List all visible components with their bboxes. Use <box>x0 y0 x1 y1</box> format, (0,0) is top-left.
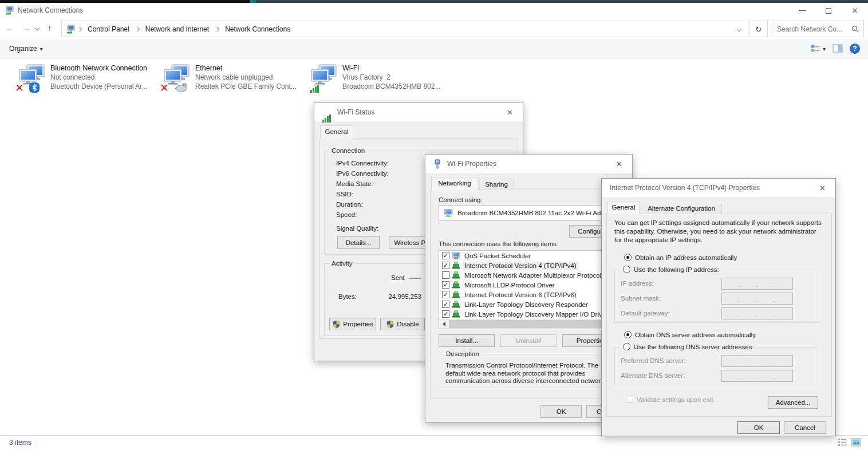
protocol-item[interactable]: Link-Layer Topology Discovery Responder <box>439 299 620 309</box>
address-dropdown-icon[interactable] <box>737 26 741 31</box>
connection-item[interactable]: ✕ Ethernet Network cable unplugged Realt… <box>162 63 306 93</box>
connection-items-label: This connection uses the following items… <box>439 240 558 247</box>
details-view-toggle[interactable] <box>837 438 846 447</box>
address-field-row: Alternate DNS server: ... <box>615 370 818 385</box>
close-icon[interactable]: ✕ <box>810 179 835 197</box>
obtain-dns-label: Obtain DNS server address automatically <box>635 331 756 338</box>
protocol-checkbox[interactable] <box>442 310 449 318</box>
activity-group-label: Activity <box>329 259 354 267</box>
tab-sharing[interactable]: Sharing <box>479 179 514 190</box>
preview-pane-button[interactable] <box>833 44 843 53</box>
up-button[interactable]: ↑ <box>48 23 52 33</box>
details-button[interactable]: Details... <box>337 236 380 249</box>
install-button[interactable]: Install... <box>439 334 495 347</box>
use-ip-group: Use the following IP address: IP address… <box>614 270 818 323</box>
organize-button[interactable]: Organize▾ <box>9 45 43 53</box>
statusbar-divider <box>37 438 37 447</box>
status-field-label: SSID: <box>336 189 389 199</box>
use-ip-radio-row[interactable]: Use the following IP address: <box>620 266 722 273</box>
connection-list: ✕ Bluetooth Network Connection Not conne… <box>0 63 868 97</box>
protocol-item[interactable]: Microsoft Network Adapter Multiplexor Pr… <box>439 270 620 280</box>
status-field-label: Speed: <box>336 210 389 220</box>
connection-item[interactable]: ✕ Bluetooth Network Connection Not conne… <box>17 63 161 93</box>
connection-icon: ✕ <box>17 64 48 92</box>
forward-button[interactable]: → <box>22 23 31 33</box>
breadcrumb-item[interactable]: Network and Internet <box>140 25 214 33</box>
use-dns-label: Use the following DNS server addresses: <box>634 344 754 350</box>
address-field-label: Preferred DNS server: <box>621 357 686 364</box>
ok-button[interactable]: OK <box>540 405 582 418</box>
description-group: Description Transmission Control Protoco… <box>439 354 621 388</box>
address-input: ... <box>721 293 793 305</box>
advanced-button[interactable]: Advanced... <box>768 396 818 409</box>
protocol-item[interactable]: Link-Layer Topology Discovery Mapper I/O… <box>439 309 620 319</box>
tab-general[interactable]: General <box>607 201 640 214</box>
history-dropdown-icon[interactable] <box>35 26 40 30</box>
protocol-checkbox[interactable] <box>442 281 449 289</box>
protocol-socket-icon <box>452 281 460 289</box>
close-icon[interactable]: ✕ <box>497 103 523 121</box>
close-icon[interactable]: ✕ <box>606 155 632 173</box>
use-dns-radio-row[interactable]: Use the following DNS server addresses: <box>620 343 757 350</box>
bytes-label: Bytes: <box>338 293 357 300</box>
title-bar: Network Connections ✕ <box>0 3 868 18</box>
address-bar[interactable]: Control PanelNetwork and InternetNetwork… <box>61 21 748 37</box>
protocol-label: Link-Layer Topology Discovery Mapper I/O… <box>463 310 610 318</box>
tab-networking[interactable]: Networking <box>431 177 478 190</box>
address-input: ... <box>721 355 793 367</box>
protocol-item[interactable]: Internet Protocol Version 6 (TCP/IPv6) <box>439 290 620 299</box>
breadcrumb-item[interactable]: Network Connections <box>220 25 295 33</box>
connection-name: Ethernet <box>195 64 297 73</box>
protocol-item[interactable]: Internet Protocol Version 4 (TCP/IPv4) <box>439 260 620 270</box>
search-input[interactable] <box>777 25 851 33</box>
wifi-properties-titlebar: Wi-Fi Properties ✕ <box>425 155 632 173</box>
refresh-button[interactable]: ↻ <box>749 21 768 37</box>
disable-button[interactable]: Disable <box>380 318 425 330</box>
use-dns-radio[interactable] <box>623 343 630 350</box>
scrollbar-thumb[interactable] <box>449 320 605 328</box>
properties-button[interactable]: Properties <box>329 318 376 330</box>
ok-button[interactable]: OK <box>737 421 780 434</box>
bluetooth-icon <box>29 82 40 93</box>
maximize-button[interactable] <box>815 3 842 18</box>
uac-shield-icon <box>332 320 341 329</box>
ipv4-intro-text: You can get IP settings assigned automat… <box>614 219 825 244</box>
window-title: Network Connections <box>18 6 83 14</box>
breadcrumb-location-icon <box>66 25 76 34</box>
help-button[interactable]: ? <box>850 44 860 54</box>
protocol-checkbox[interactable] <box>442 271 449 279</box>
status-field-label: Media State: <box>336 179 389 189</box>
protocol-socket-icon <box>452 301 460 308</box>
obtain-ip-radio[interactable] <box>624 254 632 261</box>
obtain-ip-radio-row[interactable]: Obtain an IP address automatically <box>621 254 737 261</box>
search-box[interactable] <box>772 21 864 37</box>
change-view-button[interactable]: ▾ <box>811 44 826 54</box>
protocol-item[interactable]: Microsoft LLDP Protocol Driver <box>439 280 620 290</box>
connection-icon: ✕ <box>309 64 340 92</box>
protocol-checkbox[interactable] <box>442 262 449 269</box>
tab-alternate-configuration[interactable]: Alternate Configuration <box>641 203 722 214</box>
protocol-item[interactable]: QoS Packet Scheduler <box>439 251 620 260</box>
breadcrumb-item[interactable]: Control Panel <box>82 25 135 33</box>
tab-general[interactable]: General <box>320 125 353 139</box>
connection-item[interactable]: ✕ Wi-Fi Virus Factory 2 Broadcom BCM4352… <box>309 63 453 93</box>
horizontal-scrollbar[interactable] <box>439 319 620 329</box>
cancel-button[interactable]: Cancel <box>784 421 826 434</box>
scroll-left-arrow[interactable] <box>439 319 449 329</box>
address-field-row: Subnet mask: ... <box>615 293 818 307</box>
thumbnail-view-toggle[interactable] <box>851 438 861 447</box>
dns-fields: Preferred DNS server: ... Alternate DNS … <box>615 355 818 385</box>
obtain-dns-radio-row[interactable]: Obtain DNS server address automatically <box>621 331 756 338</box>
use-ip-radio[interactable] <box>623 266 630 273</box>
back-button[interactable]: ← <box>5 23 14 33</box>
close-button[interactable]: ✕ <box>842 3 868 18</box>
adapter-monitor-icon <box>444 209 453 217</box>
dialog-title: Wi-Fi Status <box>337 108 374 116</box>
protocol-checkbox[interactable] <box>442 252 449 259</box>
organize-caret-icon: ▾ <box>40 46 43 52</box>
protocol-checkbox[interactable] <box>442 301 449 308</box>
minimize-button[interactable] <box>789 3 815 18</box>
protocol-checkbox[interactable] <box>442 291 449 298</box>
details-view-icon <box>811 44 820 54</box>
obtain-dns-radio[interactable] <box>624 331 632 338</box>
